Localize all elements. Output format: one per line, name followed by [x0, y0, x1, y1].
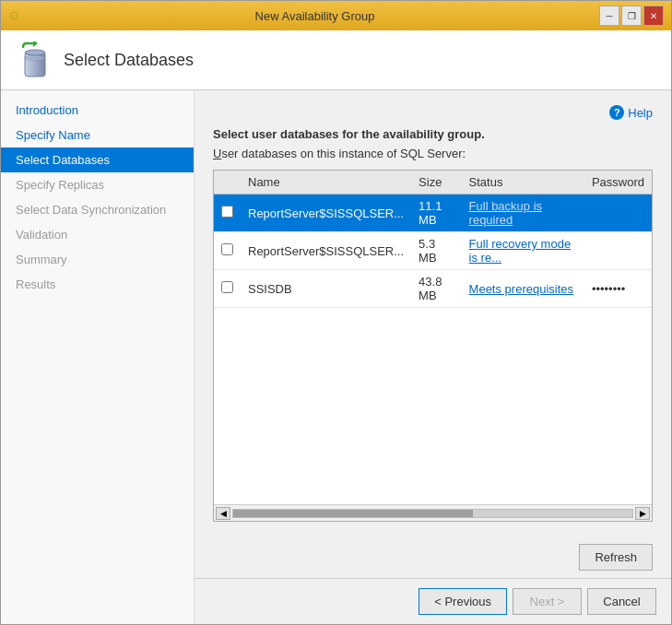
- row1-password: [584, 195, 652, 232]
- row1-checkbox[interactable]: [221, 206, 233, 218]
- svg-point-1: [25, 50, 45, 55]
- header-area: Select Databases: [1, 30, 671, 90]
- app-icon: ⚙: [8, 8, 23, 23]
- next-button[interactable]: Next >: [513, 588, 582, 615]
- table-scroll-area[interactable]: Name Size Status Password: [214, 171, 652, 504]
- col-status: Status: [462, 171, 584, 195]
- database-table: Name Size Status Password: [214, 171, 652, 308]
- row2-checkbox[interactable]: [221, 243, 233, 255]
- sidebar-item-introduction[interactable]: Introduction: [1, 98, 194, 123]
- restore-button[interactable]: ❐: [621, 6, 642, 26]
- main-content: Introduction Specify Name Select Databas…: [1, 90, 671, 624]
- header-title: Select Databases: [64, 51, 194, 70]
- row2-status[interactable]: Full recovery mode is re...: [462, 232, 584, 270]
- minimize-button[interactable]: ─: [599, 6, 619, 26]
- row1-status-link[interactable]: Full backup is required: [469, 199, 542, 227]
- table-row[interactable]: ReportServer$SISSQLSER... 11.1 MB Full b…: [214, 195, 652, 232]
- sidebar-item-specify-name[interactable]: Specify Name: [1, 123, 194, 147]
- row3-size: 43.8 MB: [411, 270, 462, 308]
- row1-size: 11.1 MB: [411, 195, 462, 232]
- database-table-container: Name Size Status Password: [213, 170, 653, 522]
- close-button[interactable]: ✕: [643, 6, 664, 26]
- refresh-button[interactable]: Refresh: [579, 544, 653, 571]
- row2-password: [584, 232, 652, 270]
- sidebar-item-validation: Validation: [1, 222, 194, 247]
- window-title: New Availability Group: [30, 9, 599, 23]
- main-window: ⚙ New Availability Group ─ ❐ ✕: [0, 0, 672, 625]
- footer: < Previous Next > Cancel: [195, 578, 671, 624]
- sidebar: Introduction Specify Name Select Databas…: [1, 90, 195, 624]
- help-label: Help: [628, 106, 653, 120]
- col-checkbox: [214, 171, 241, 195]
- content-inner: ? Help Select user databases for the ava…: [195, 90, 671, 537]
- table-row[interactable]: SSISDB 43.8 MB Meets prerequisites •••••…: [214, 270, 652, 308]
- row1-name: ReportServer$SISSQLSER...: [241, 195, 411, 232]
- table-header-row: Name Size Status Password: [214, 171, 652, 195]
- content-panel: ? Help Select user databases for the ava…: [195, 90, 671, 624]
- help-bar: ? Help: [213, 105, 653, 120]
- row2-name: ReportServer$SISSQLSER...: [241, 232, 411, 270]
- row2-checkbox-cell[interactable]: [214, 232, 241, 270]
- scroll-right-button[interactable]: ▶: [635, 507, 650, 520]
- row2-size: 5.3 MB: [411, 232, 462, 270]
- svg-point-2: [25, 55, 45, 61]
- header-icon: [16, 41, 53, 78]
- row1-checkbox-cell[interactable]: [214, 195, 241, 232]
- row3-checkbox-cell[interactable]: [214, 270, 241, 308]
- table-row[interactable]: ReportServer$SISSQLSER... 5.3 MB Full re…: [214, 232, 652, 270]
- title-bar: ⚙ New Availability Group ─ ❐ ✕: [1, 1, 671, 30]
- help-icon: ?: [609, 105, 624, 120]
- sidebar-item-specify-replicas: Specify Replicas: [1, 172, 194, 197]
- help-link[interactable]: ? Help: [609, 105, 653, 120]
- refresh-bar: Refresh: [195, 537, 671, 578]
- scroll-track[interactable]: [232, 509, 633, 518]
- row2-status-link[interactable]: Full recovery mode is re...: [469, 237, 572, 265]
- row3-name: SSISDB: [241, 270, 411, 308]
- row1-status[interactable]: Full backup is required: [462, 195, 584, 232]
- col-name: Name: [241, 171, 411, 195]
- row3-checkbox[interactable]: [221, 281, 233, 293]
- sidebar-item-select-databases[interactable]: Select Databases: [1, 147, 194, 172]
- scroll-left-button[interactable]: ◀: [216, 507, 230, 520]
- horizontal-scrollbar[interactable]: ◀ ▶: [214, 504, 652, 521]
- sidebar-item-summary: Summary: [1, 247, 194, 272]
- sidebar-item-results: Results: [1, 272, 194, 297]
- sub-text: User databases on this instance of SQL S…: [213, 147, 653, 160]
- row3-status-link[interactable]: Meets prerequisites: [469, 282, 573, 296]
- scroll-thumb[interactable]: [233, 510, 473, 517]
- cancel-button[interactable]: Cancel: [587, 588, 656, 615]
- instruction-text: Select user databases for the availabili…: [213, 127, 653, 141]
- col-password: Password: [584, 171, 652, 195]
- window-controls: ─ ❐ ✕: [599, 6, 664, 26]
- row3-password: ••••••••: [584, 270, 652, 308]
- row3-status[interactable]: Meets prerequisites: [462, 270, 584, 308]
- previous-button[interactable]: < Previous: [419, 588, 507, 615]
- col-size: Size: [411, 171, 462, 195]
- sidebar-item-select-data-sync: Select Data Synchronization: [1, 197, 194, 222]
